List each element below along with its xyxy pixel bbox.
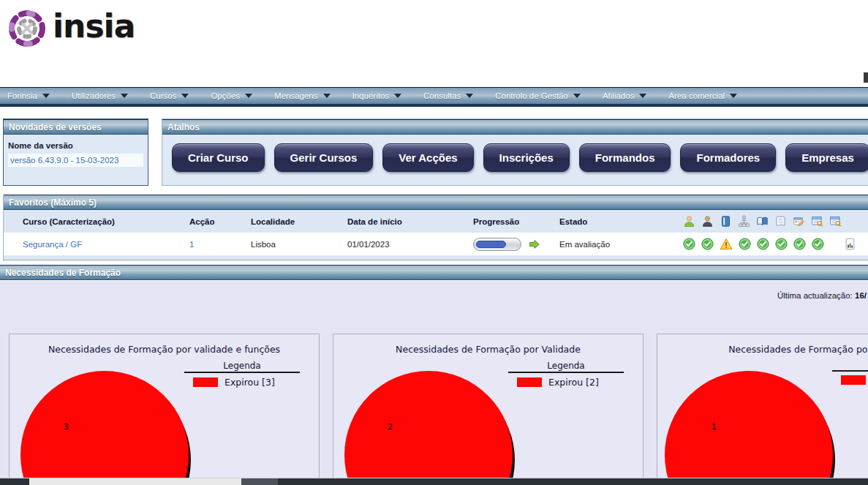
formandos-button[interactable]: Formandos <box>579 143 671 172</box>
chart-funcoes: Necessidades de Formação por Funç 1 <box>657 334 868 485</box>
panel-title: Favoritos (Máximo 5) <box>4 195 868 210</box>
status-ok-icon <box>701 238 714 250</box>
scroll-icon <box>774 215 787 228</box>
horizontal-scrollbar[interactable] <box>0 478 868 485</box>
legend-title: Legenda <box>508 361 624 373</box>
chart-legend <box>832 361 868 385</box>
logo-wordmark: insia <box>53 10 135 47</box>
chevron-down-icon <box>573 94 581 98</box>
estado-value: Em avaliação <box>559 240 667 249</box>
status-ok-icon <box>739 238 751 250</box>
criar-curso-button[interactable]: Criar Curso <box>172 143 265 172</box>
column-icons <box>667 215 868 228</box>
empresas-button[interactable]: Empresas <box>785 143 868 172</box>
scrollbar-thumb-edge[interactable] <box>241 478 278 485</box>
go-arrow-icon[interactable] <box>529 238 540 250</box>
person-trainer-icon <box>701 215 714 228</box>
data-inicio-value: 01/01/2023 <box>347 240 473 249</box>
scrollbar-fragment <box>864 72 868 83</box>
curso-link[interactable]: Segurança / GF <box>23 240 82 249</box>
app-window: insia Forinsia Utilizadores Cursos Opçõe… <box>0 0 868 485</box>
last-update-value: 16/ <box>855 291 867 300</box>
version-name-label: Nome da versão <box>8 141 143 150</box>
status-ok-icon <box>812 238 824 250</box>
status-ok-icon <box>775 238 788 250</box>
pie-value-label: 2 <box>388 422 393 432</box>
chevron-down-icon <box>394 94 401 98</box>
formadores-button[interactable]: Formadores <box>680 143 776 172</box>
ver-accoes-button[interactable]: Ver Acções <box>382 143 473 172</box>
menu-item-opcoes[interactable]: Opções <box>211 91 252 100</box>
chart-validade-funcoes: Necessidades de Formação por validade e … <box>9 334 320 485</box>
home-logo[interactable]: insia <box>6 7 135 50</box>
col-data-inicio: Data de início <box>347 217 473 226</box>
localidade-value: Lisboa <box>251 240 347 249</box>
inscricoes-button[interactable]: Inscrições <box>483 143 570 172</box>
report-chart-icon[interactable] <box>844 238 856 250</box>
pie-slice <box>344 371 513 485</box>
menu-label: Forinsia <box>7 91 37 100</box>
menu-item-consultas[interactable]: Consultas <box>423 91 473 100</box>
menu-label: Afiliados <box>603 91 634 100</box>
col-localidade: Localidade <box>251 217 347 226</box>
menu-label: Opções <box>211 91 240 100</box>
menu-item-cursos[interactable]: Cursos <box>150 91 189 100</box>
panel-novidades-versoes: Novidades de versões Nome da versão vers… <box>3 119 148 186</box>
main-menu-bar: Forinsia Utilizadores Cursos Opções Mens… <box>0 87 868 107</box>
open-book-icon <box>756 215 769 228</box>
menu-label: Mensagens <box>274 91 317 100</box>
status-warning-icon <box>720 238 733 250</box>
panel-title: Necessidades de Formação <box>0 265 868 280</box>
menu-item-forinsia[interactable]: Forinsia <box>7 91 50 100</box>
menu-label: Área comercial <box>668 91 725 100</box>
chevron-down-icon <box>730 94 737 98</box>
chevron-down-icon <box>466 94 473 98</box>
menu-item-inqueritos[interactable]: Inquéritos <box>352 91 402 100</box>
panel-favoritos: Favoritos (Máximo 5) Curso (Caracterizaç… <box>3 195 868 261</box>
panel-title: Novidades de versões <box>4 119 148 135</box>
window-search-alt-icon <box>829 215 842 228</box>
scrollbar-left-stub <box>0 478 29 485</box>
panel-atalhos: Atalhos Criar Curso Gerir Cursos Ver Acç… <box>162 119 868 186</box>
panel-title: Atalhos <box>162 119 868 135</box>
sitemap-icon <box>738 215 750 228</box>
legend-swatch <box>841 375 866 385</box>
pie-slice <box>665 371 833 485</box>
menu-item-mensagens[interactable]: Mensagens <box>274 91 330 100</box>
chart-title: Necessidades de Formação por Validade <box>333 344 643 355</box>
person-student-icon <box>683 215 695 228</box>
menu-item-utilizadores[interactable]: Utilizadores <box>72 91 128 100</box>
scrollbar-thumb[interactable] <box>278 478 868 485</box>
insia-logo-icon <box>6 7 48 50</box>
chevron-down-icon <box>42 94 50 98</box>
legend-label: Expirou [3] <box>224 377 275 388</box>
favoritos-footer-strip <box>4 255 868 260</box>
progress-fill <box>476 241 506 248</box>
col-curso: Curso (Caracterização) <box>4 217 189 226</box>
chart-validade: Necessidades de Formação por Validade Le… <box>333 334 644 485</box>
accao-link[interactable]: 1 <box>189 240 194 249</box>
menu-item-afiliados[interactable]: Afiliados <box>603 91 646 100</box>
chart-legend: Legenda Expirou [3] <box>184 361 300 388</box>
favoritos-table-header: Curso (Caracterização) Acção Localidade … <box>4 210 868 233</box>
menu-item-controlo-gestao[interactable]: Controlo de Gestão <box>495 91 581 100</box>
legend-title: Legenda <box>184 361 300 373</box>
col-estado: Estado <box>559 217 667 226</box>
menu-item-area-comercial[interactable]: Área comercial <box>668 91 737 100</box>
progress-bar <box>473 238 521 251</box>
chevron-down-icon <box>121 94 128 98</box>
menu-label: Cursos <box>150 91 176 100</box>
version-value[interactable]: versão 6.43.9.0 - 15-03-2023 <box>8 154 143 167</box>
menu-label: Controlo de Gestão <box>495 91 568 100</box>
legend-swatch <box>193 377 218 387</box>
menu-label: Inquéritos <box>352 91 390 100</box>
status-ok-icon <box>793 238 806 250</box>
menu-label: Consultas <box>423 91 461 100</box>
last-update: Última actualização: 16/ <box>777 291 867 300</box>
section-necessidades: Necessidades de Formação Última actualiz… <box>0 265 868 485</box>
edit-card-icon <box>793 215 805 228</box>
gerir-cursos-button[interactable]: Gerir Cursos <box>274 143 374 172</box>
favoritos-table-row: Segurança / GF 1 Lisboa 01/01/2023 Em av… <box>4 233 868 255</box>
pie-value-label: 3 <box>64 422 69 432</box>
status-ok-icon <box>683 238 695 250</box>
